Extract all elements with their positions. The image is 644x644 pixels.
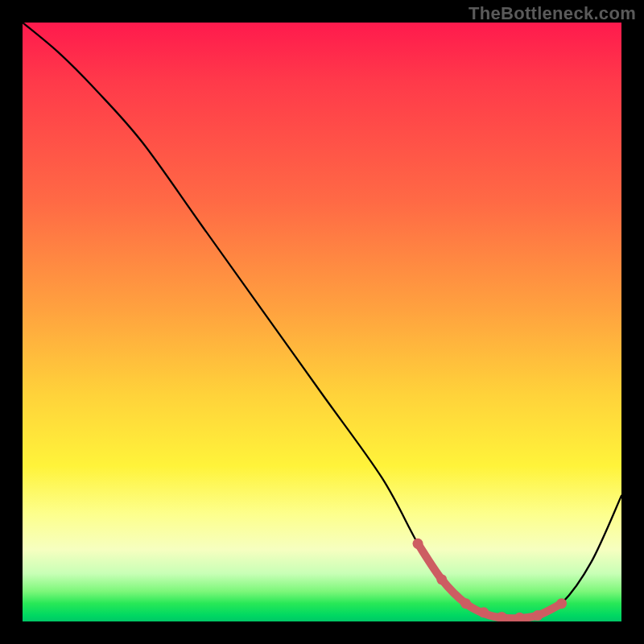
curve-svg: [23, 23, 621, 621]
recommended-dot: [413, 539, 423, 549]
recommended-dot: [436, 574, 447, 584]
recommended-dot: [514, 613, 525, 621]
recommended-dot: [532, 610, 543, 621]
recommended-dot: [478, 607, 489, 617]
chart-frame: TheBottleneck.com: [0, 0, 644, 644]
bottleneck-curve: [23, 23, 621, 618]
recommended-dot: [460, 598, 471, 609]
plot-area: [23, 23, 621, 621]
recommended-dot: [497, 612, 507, 621]
watermark-text: TheBottleneck.com: [469, 3, 636, 24]
recommended-dot: [556, 598, 567, 609]
